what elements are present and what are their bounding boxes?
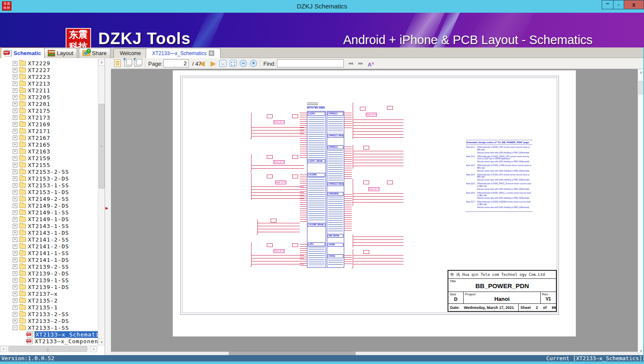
tree-folder-row[interactable]: XT2141-2-SS [0, 236, 98, 243]
expand-plus-icon[interactable] [13, 271, 17, 276]
viewer-horizontal-scrollbar[interactable] [111, 352, 638, 355]
scroll-left-icon[interactable]: < [0, 346, 7, 352]
expand-plus-icon[interactable] [13, 197, 17, 201]
tree-folder-row[interactable]: XT2133-2-DS [0, 317, 98, 324]
tree-folder-row[interactable]: XT2153-1-SS [0, 182, 98, 189]
tree-folder-row[interactable]: XT2139-1-DS [0, 283, 98, 290]
expand-plus-icon[interactable] [13, 231, 17, 235]
tree-folder-row[interactable]: XT2149-2-DS [0, 202, 98, 209]
expand-plus-icon[interactable] [13, 163, 17, 167]
tree-folder-row[interactable]: XT2213 [0, 80, 98, 87]
expand-plus-icon[interactable] [13, 292, 17, 296]
zoom-in-button[interactable]: + [250, 59, 258, 67]
tab-document-active[interactable]: XT2133—x_Schematics [146, 48, 221, 58]
tree-folder-row[interactable]: XT2135-2 [0, 297, 98, 304]
scroll-thumb[interactable]: ≡ [99, 104, 105, 189]
find-prev-button[interactable]: ◀◀ [346, 59, 354, 67]
panel-splitter[interactable]: ▶ [105, 58, 111, 355]
tree-folder-row[interactable]: XT2139-2-DS [0, 270, 98, 277]
tree-folder-row[interactable]: XT2141-1-DS [0, 256, 98, 263]
expand-plus-icon[interactable] [13, 102, 17, 106]
schematic-page[interactable]: MT6785-SBS VGPU VGPU_SRAM VCORE VCORE SR… [173, 70, 576, 336]
tree-folder-row[interactable]: XT2135-1 [0, 304, 98, 311]
scroll-thumb[interactable]: ||| [8, 346, 87, 352]
fit-page-button[interactable] [229, 59, 238, 67]
scroll-down-icon[interactable]: ∨ [98, 339, 105, 345]
expand-plus-icon[interactable] [13, 278, 17, 283]
expand-plus-icon[interactable] [13, 217, 17, 222]
tree-folder-row[interactable]: XT2143-1-SS [0, 222, 98, 229]
tree-folder-row[interactable]: XT2229 [0, 60, 98, 67]
tree-folder-row[interactable]: XT2223 [0, 73, 98, 80]
expand-plus-icon[interactable] [13, 68, 17, 72]
find-input[interactable] [277, 59, 344, 67]
tree-folder-row[interactable]: XT2141-2-DS [0, 243, 98, 250]
sidebar-vertical-scrollbar[interactable]: ∧ ≡ ∨ [98, 59, 105, 345]
expand-plus-icon[interactable] [13, 210, 17, 215]
tree-folder-row[interactable]: XT2159 [0, 155, 98, 161]
tab-layout[interactable]: Layout [44, 48, 77, 58]
tree-folder-row[interactable]: XT2205 [0, 94, 98, 100]
match-case-button[interactable]: Aa [367, 59, 375, 67]
tree-folder-row[interactable]: XT2155 [0, 161, 98, 168]
expand-plus-icon[interactable] [13, 88, 17, 93]
expand-plus-icon[interactable] [13, 169, 17, 174]
maximize-button[interactable]: ▫ [613, 0, 624, 9]
zoom-out-button[interactable]: − [240, 59, 248, 67]
expand-plus-icon[interactable] [13, 61, 17, 66]
sidebar-horizontal-scrollbar[interactable]: < ||| > [0, 345, 98, 352]
tree-folder-row[interactable]: XT2227 [0, 67, 98, 73]
tree-folder-row[interactable]: XT2153-2-SS [0, 168, 98, 175]
tree-folder-row[interactable]: XT2173 [0, 114, 98, 121]
tree-folder-row[interactable]: XT2167 [0, 134, 98, 141]
expand-plus-icon[interactable] [13, 176, 17, 181]
close-tab-icon[interactable] [209, 50, 214, 56]
tree-folder-row[interactable]: XT2141-1-SS [0, 250, 98, 256]
scroll-up-icon[interactable]: ∧ [98, 59, 105, 66]
expand-plus-icon[interactable] [13, 156, 17, 161]
tab-share[interactable]: Share [79, 48, 111, 58]
tree-folder-row[interactable]: XT2149-1-DS [0, 216, 98, 222]
tab-schematic[interactable]: Schematic [1, 47, 45, 58]
expand-plus-icon[interactable] [13, 149, 17, 154]
expand-plus-icon[interactable] [13, 298, 17, 303]
expand-plus-icon[interactable] [13, 136, 17, 140]
tree-folder-row[interactable]: XT2139-1-SS [0, 277, 98, 283]
scroll-right-icon[interactable]: > [91, 346, 97, 352]
tree-folder-row[interactable]: XT2139-2-SS [0, 263, 98, 270]
facing-pages-icon[interactable] [124, 59, 133, 67]
tab-welcome[interactable]: Welcome [113, 48, 147, 58]
tree-file-row[interactable]: XT2133—x_Component_Locati [0, 338, 98, 345]
expand-plus-icon[interactable] [13, 224, 17, 228]
expand-plus-icon[interactable] [13, 108, 17, 113]
tree-folder-row[interactable]: XT2175 [0, 107, 98, 114]
tree-folder-row[interactable]: XT2165 [0, 141, 98, 148]
tree-folder-row[interactable]: XT2133-2-SS [0, 311, 98, 317]
tree-folder-row[interactable]: XT2171 [0, 128, 98, 134]
tree-file-row-selected[interactable]: XT2133—x_Schematics [0, 331, 98, 338]
expand-plus-icon[interactable] [13, 190, 17, 195]
minimize-button[interactable]: – [602, 0, 614, 9]
expand-plus-icon[interactable] [13, 251, 17, 256]
prev-page-button[interactable]: ◀ [198, 59, 206, 67]
expand-plus-icon[interactable] [13, 305, 17, 310]
expand-plus-icon[interactable] [13, 285, 17, 289]
expand-plus-icon[interactable] [13, 75, 17, 79]
tree-folder-row[interactable]: XT2169 [0, 121, 98, 128]
expand-plus-icon[interactable] [13, 142, 17, 147]
tree-folder-row[interactable]: XT2149-1-SS [0, 209, 98, 216]
expand-plus-icon[interactable] [13, 203, 17, 208]
find-next-button[interactable]: ▶▶ [357, 59, 365, 67]
continuous-pages-icon[interactable] [135, 59, 143, 67]
tree-folder-row[interactable]: XT2143-1-DS [0, 229, 98, 236]
expand-plus-icon[interactable] [13, 258, 17, 262]
expand-plus-icon[interactable] [13, 319, 17, 323]
expand-plus-icon[interactable] [13, 129, 17, 133]
expand-plus-icon[interactable] [13, 264, 17, 269]
expand-plus-icon[interactable] [13, 244, 17, 249]
collapse-minus-icon[interactable] [13, 325, 17, 330]
expand-plus-icon[interactable] [13, 183, 17, 188]
expand-plus-icon[interactable] [13, 237, 17, 242]
tree-folder-row[interactable]: XT2137—x [0, 290, 98, 297]
tree-folder-row[interactable]: XT2163 [0, 148, 98, 155]
